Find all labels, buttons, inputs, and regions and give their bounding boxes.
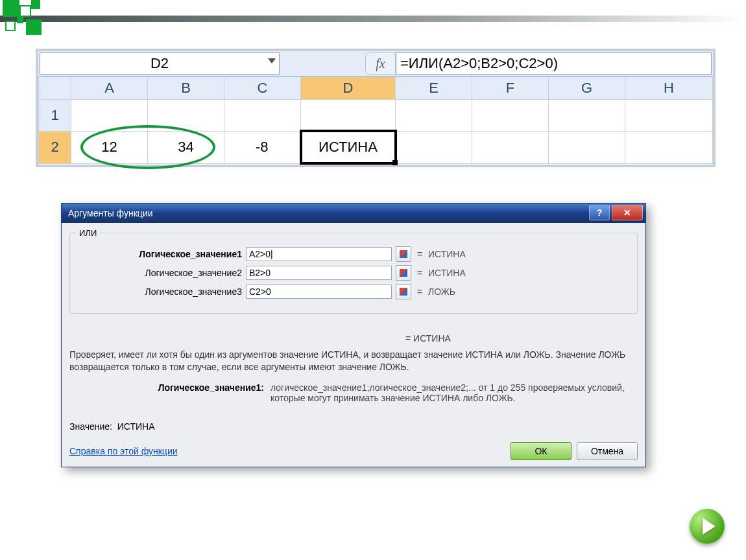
name-box-value: D2 — [150, 55, 169, 71]
function-total-result: = ИСТИНА — [405, 333, 638, 344]
cell-c2[interactable]: -8 — [224, 131, 301, 163]
arg-label-2: Логическое_значение2 — [77, 268, 242, 278]
value-line: Значение: ИСТИНА — [69, 421, 638, 432]
cell-d2[interactable]: ИСТИНА — [301, 131, 396, 163]
formula-bar: D2 fx =ИЛИ(A2>0;B2>0;C2>0) — [38, 51, 713, 76]
arg-label-3: Логическое_значение3 — [77, 286, 242, 297]
arg-desc-label: Логическое_значение1: — [69, 382, 264, 403]
cell-f2[interactable] — [472, 131, 549, 163]
arg-result-2: ИСТИНА — [428, 268, 466, 278]
dialog-title: Аргументы функции — [68, 208, 152, 218]
function-name: ИЛИ — [77, 228, 99, 238]
arg-input-2[interactable] — [246, 266, 392, 280]
range-picker-icon[interactable] — [396, 284, 411, 299]
arg-result-3: ЛОЖЬ — [428, 286, 455, 297]
col-header-g[interactable]: G — [549, 77, 625, 100]
cell-b1[interactable] — [148, 100, 224, 132]
range-picker-icon[interactable] — [396, 265, 411, 281]
select-all-corner[interactable] — [39, 77, 71, 100]
arg-desc-text: логическое_значение1;логическое_значение… — [271, 382, 638, 403]
row-1: 1 — [39, 100, 713, 132]
row-2: 2 12 34 -8 ИСТИНА — [39, 131, 713, 163]
col-header-f[interactable]: F — [472, 77, 549, 100]
function-fieldset: ИЛИ Логическое_значение1 = ИСТИНА Логиче… — [69, 228, 638, 314]
cell-f1[interactable] — [472, 100, 549, 132]
ok-button[interactable]: ОК — [511, 442, 572, 460]
arg-result-1: ИСТИНА — [428, 249, 466, 259]
arg-row-3: Логическое_значение3 = ЛОЖЬ — [77, 284, 631, 299]
formula-input[interactable]: =ИЛИ(A2>0;B2>0;C2>0) — [396, 52, 712, 75]
col-header-b[interactable]: B — [148, 77, 224, 100]
next-slide-button[interactable] — [690, 509, 725, 544]
col-header-a[interactable]: A — [71, 77, 148, 100]
argument-description: Логическое_значение1: логическое_значени… — [69, 382, 638, 403]
cell-g2[interactable] — [549, 131, 625, 163]
worksheet[interactable]: A B C D E F G H 1 — [38, 76, 713, 165]
arg-input-3[interactable] — [246, 285, 392, 299]
col-header-e[interactable]: E — [396, 77, 472, 100]
cell-d1[interactable] — [301, 100, 396, 132]
function-help-link[interactable]: Справка по этой функции — [69, 446, 178, 456]
row-header-1[interactable]: 1 — [39, 100, 71, 132]
arg-label-1: Логическое_значение1 — [77, 249, 242, 259]
cell-a1[interactable] — [71, 100, 148, 132]
function-arguments-dialog: Аргументы функции ? ✕ ИЛИ Логическое_зна… — [61, 203, 646, 467]
cell-h1[interactable] — [625, 100, 713, 132]
function-description: Проверяет, имеет ли хотя бы один из аргу… — [69, 349, 638, 373]
dialog-titlebar[interactable]: Аргументы функции ? ✕ — [62, 204, 645, 223]
equals-sign: = — [415, 249, 424, 259]
excel-window: D2 fx =ИЛИ(A2>0;B2>0;C2>0) A B C — [36, 49, 716, 167]
arg-input-1[interactable] — [246, 247, 392, 261]
arg-row-1: Логическое_значение1 = ИСТИНА — [77, 246, 631, 262]
grid: A B C D E F G H 1 — [38, 76, 713, 165]
dialog-close-button[interactable]: ✕ — [612, 205, 643, 220]
arg-row-2: Логическое_значение2 = ИСТИНА — [77, 265, 631, 281]
cell-b2[interactable]: 34 — [148, 131, 224, 163]
slide-accent-bar — [0, 16, 746, 22]
arrow-right-icon — [703, 518, 716, 535]
col-header-d[interactable]: D — [301, 77, 396, 100]
cell-g1[interactable] — [549, 100, 625, 132]
row-header-2[interactable]: 2 — [39, 131, 71, 163]
cell-c1[interactable] — [224, 100, 301, 132]
range-picker-icon[interactable] — [396, 246, 411, 262]
cell-e1[interactable] — [396, 100, 472, 132]
column-headers: A B C D E F G H — [39, 77, 713, 100]
col-header-h[interactable]: H — [625, 77, 713, 100]
col-header-c[interactable]: C — [224, 77, 301, 100]
slide-accent-squares — [0, 0, 65, 39]
insert-function-button[interactable]: fx — [365, 52, 396, 75]
cell-h2[interactable] — [625, 131, 713, 163]
cell-e2[interactable] — [396, 131, 472, 163]
name-box[interactable]: D2 — [40, 52, 280, 75]
cancel-button[interactable]: Отмена — [577, 442, 638, 460]
name-box-dropdown-icon[interactable] — [268, 58, 276, 64]
dialog-help-button[interactable]: ? — [589, 205, 610, 220]
cell-a2[interactable]: 12 — [71, 131, 148, 163]
